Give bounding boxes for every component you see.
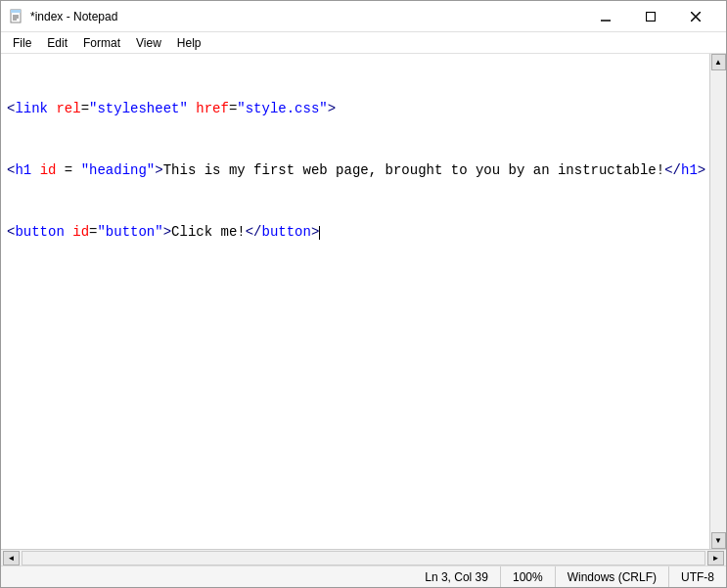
app-icon [9, 9, 24, 24]
status-position: Ln 3, Col 39 [413, 566, 501, 587]
editor-wrapper: <link rel="stylesheet" href="style.css">… [1, 54, 726, 565]
menu-edit[interactable]: Edit [39, 33, 75, 53]
line-3: <button id="button">Click me!</button> [7, 222, 704, 243]
editor-content[interactable]: <link rel="stylesheet" href="style.css">… [1, 54, 709, 288]
menu-format[interactable]: Format [75, 33, 128, 53]
maximize-button[interactable] [628, 1, 673, 32]
scroll-right-button[interactable]: ► [707, 551, 724, 565]
status-line-ending: Windows (CRLF) [556, 566, 669, 587]
status-encoding: UTF-8 [669, 566, 726, 587]
window-title: *index - Notepad [30, 10, 583, 23]
editor-main: <link rel="stylesheet" href="style.css">… [1, 54, 726, 549]
status-zoom: 100% [501, 566, 556, 587]
scroll-track-vertical[interactable] [710, 70, 726, 532]
scroll-left-button[interactable]: ◄ [3, 551, 20, 565]
svg-rect-6 [647, 12, 656, 21]
scroll-up-button[interactable]: ▲ [711, 54, 726, 70]
svg-rect-1 [11, 10, 21, 13]
minimize-button[interactable] [583, 1, 628, 32]
editor-area[interactable]: <link rel="stylesheet" href="style.css">… [1, 54, 709, 549]
horizontal-scrollbar[interactable]: ◄ ► [1, 549, 726, 565]
status-bar: Ln 3, Col 39 100% Windows (CRLF) UTF-8 [1, 565, 726, 587]
scroll-down-button[interactable]: ▼ [711, 532, 726, 549]
title-bar: *index - Notepad [1, 1, 726, 32]
line-2: <h1 id = "heading">This is my first web … [7, 160, 704, 181]
menu-help[interactable]: Help [169, 33, 209, 53]
vertical-scrollbar[interactable]: ▲ ▼ [709, 54, 726, 549]
scroll-track-horizontal[interactable] [22, 551, 705, 565]
window-controls [583, 1, 718, 32]
close-button[interactable] [673, 1, 718, 32]
line-1: <link rel="stylesheet" href="style.css"> [7, 99, 704, 119]
menu-file[interactable]: File [5, 33, 39, 53]
notepad-window: *index - Notepad File Edit Format View H… [0, 0, 727, 588]
menu-bar: File Edit Format View Help [1, 32, 726, 54]
menu-view[interactable]: View [128, 33, 169, 53]
